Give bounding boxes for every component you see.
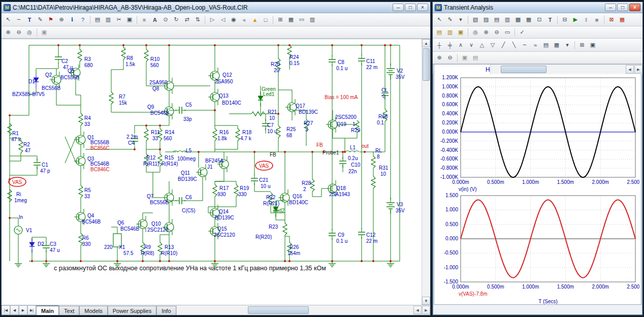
color-menu-icon[interactable]: ▾ [562,41,572,50]
vertical-tag-icon[interactable]: ▦ [524,15,534,24]
tab-power-supplies[interactable]: Power Supplies [108,306,156,315]
scroll-up-button[interactable]: ▲ [422,39,430,47]
analysis-limits-icon[interactable]: ⊠ [606,15,617,24]
title-block-icon[interactable]: ▥ [307,15,317,24]
align-cursors-icon[interactable]: ⊞ [577,41,587,50]
copy-graph-icon[interactable]: ▣ [460,53,470,62]
vertical-scrollbar[interactable]: ▲ ▼ [422,39,430,305]
scroll-left-button[interactable]: ◀ [626,65,634,74]
stop-icon[interactable]: ■ [592,15,602,24]
waveform-plot-vin[interactable]: 1.200K1.000K0.800K0.600K0.400K0.200K0.00… [434,74,639,193]
zoom-area-icon[interactable]: ◎ [24,28,35,37]
zoom-in-icon[interactable]: ⊕ [434,53,444,62]
print-icon[interactable]: ▭ [502,28,512,37]
scope-select-icon[interactable]: ▧ [470,15,480,24]
copy-icon[interactable]: ▣ [124,15,135,24]
text-mode-icon[interactable]: T [24,15,35,24]
go-to-y-icon[interactable]: ╪ [445,41,455,50]
repeat-find-icon[interactable]: « [239,15,249,24]
waveform-plot-vvas[interactable]: 1.5001.0000.5000.000-0.500-1.000-1.5000.… [434,193,639,305]
scroll-right-button[interactable]: ▶ [634,65,642,74]
region-enable-icon[interactable]: ⊞ [275,15,285,24]
horizontal-scroll-thumb[interactable] [501,66,546,73]
graphics-icon[interactable]: ✎ [445,15,455,24]
panel-split-icon[interactable]: ▥ [445,28,455,37]
waveform-icon[interactable]: ∼ [520,41,530,50]
design-warning-icon[interactable]: ▲ [250,15,260,24]
scroll-left-button[interactable]: ◀ [413,306,422,314]
vertical-scroll-thumb[interactable] [423,48,430,81]
send-back-icon[interactable]: ◁ [218,15,228,24]
dropdown-icon[interactable]: ▾ [456,15,466,24]
plot-properties-icon[interactable]: ✓ [517,28,527,37]
panel-plot-icon[interactable]: ▣ [456,28,466,37]
tab-info[interactable]: Info [156,306,176,315]
go-to-x-icon[interactable]: ┼ [434,41,444,50]
clipboard-icon[interactable]: ▥ [103,15,113,24]
step-box-icon[interactable]: ≡ [139,15,149,24]
border-toggle-icon[interactable]: ▭ [297,15,307,24]
minimize-button[interactable]: – [393,4,404,11]
node-numbers-icon[interactable]: ⊙ [160,15,171,24]
zoom-out-icon[interactable]: ⊖ [492,28,502,37]
zoom-out-icon[interactable]: ⊖ [445,53,455,62]
panel-numeric-icon[interactable]: ▤ [434,28,444,37]
zoom-in-icon[interactable]: ⊕ [481,28,491,37]
valley-icon[interactable]: ∨ [466,41,476,50]
text-mode-icon[interactable]: T [545,15,555,24]
copy-to-clipboard-icon[interactable]: ▣ [39,28,49,37]
zoom-mode-icon[interactable]: ▨ [481,15,491,24]
stepping-icon[interactable]: ▦ [617,15,627,24]
schematic-canvas[interactable]: C247 uR3680R81.5kR10560R240.15R2020C80.1… [2,39,422,305]
slope-down-icon[interactable]: ╲ [509,41,519,50]
select-all-icon[interactable]: ▤ [92,15,103,24]
close-button[interactable]: × [629,4,640,11]
new-page-icon[interactable]: □ [261,15,271,24]
stats-icon[interactable]: ▤ [541,41,551,50]
tab-text[interactable]: Text [59,306,79,315]
page-nav-button-3[interactable]: ▶| [27,305,36,315]
low-icon[interactable]: ▽ [488,41,498,50]
page-nav-button-1[interactable]: ◀ [10,305,19,315]
scroll-down-button[interactable]: ▼ [422,297,430,305]
help-mode-icon[interactable]: ? [78,15,88,24]
run-icon[interactable]: ▶ [570,15,581,24]
bring-front-icon[interactable]: ▷ [207,15,217,24]
tab-main[interactable]: Main [36,305,59,315]
info-mode-icon[interactable]: ℹ [67,15,77,24]
close-button[interactable]: × [417,4,428,11]
point-tag-icon[interactable]: ▥ [502,15,512,24]
cut-icon[interactable]: ✂ [114,15,124,24]
minimize-button[interactable]: – [605,4,616,11]
slope-up-icon[interactable]: ╱ [498,41,508,50]
flip-x-icon[interactable]: ⇄ [182,15,192,24]
rotate-icon[interactable]: ↻ [171,15,181,24]
pause-icon[interactable]: ‖ [581,15,591,24]
page-nav-button-2[interactable]: ▶ [19,305,27,315]
properties-icon[interactable]: ⊟ [560,15,570,24]
high-icon[interactable]: △ [477,41,487,50]
page-nav-button-0[interactable]: |◀ [2,305,10,315]
find-icon[interactable]: ◉ [229,15,239,24]
scroll-right-button[interactable]: ▶ [422,306,430,314]
select-icon[interactable]: ↖ [434,15,444,24]
zoom-in-icon[interactable]: ⊕ [3,28,13,37]
maximize-button[interactable]: □ [617,4,628,11]
peak-icon[interactable]: ∧ [456,41,466,50]
select-icon[interactable]: ↖ [3,15,13,24]
smoothing-icon[interactable]: ≈ [530,41,540,50]
horizontal-tag-icon[interactable]: ▩ [513,15,523,24]
graphics-mode-icon[interactable]: ✎ [35,15,45,24]
zoom-out-icon[interactable]: ⊖ [14,28,24,37]
zoom-auto-icon[interactable]: ◎ [470,28,480,37]
flip-y-icon[interactable]: ⇅ [192,15,203,24]
horizontal-scrollbar[interactable]: ◀ ▶ [176,305,430,315]
copy-window-icon[interactable]: ▤ [470,53,480,62]
keep-cursors-icon[interactable]: ▣ [588,41,598,50]
wire-mode-icon[interactable]: ∼ [14,15,24,24]
grid-toggle-icon[interactable]: ▦ [286,15,296,24]
maximize-button[interactable]: □ [405,4,416,11]
flag-mode-icon[interactable]: ⚑ [46,15,56,24]
waveform-buffer-icon[interactable]: ▦ [552,41,562,50]
schematic-window-titlebar[interactable]: M C:\MC11\DATA\Petrov\Hiraga\HIRAGA_AB-3… [2,2,430,13]
